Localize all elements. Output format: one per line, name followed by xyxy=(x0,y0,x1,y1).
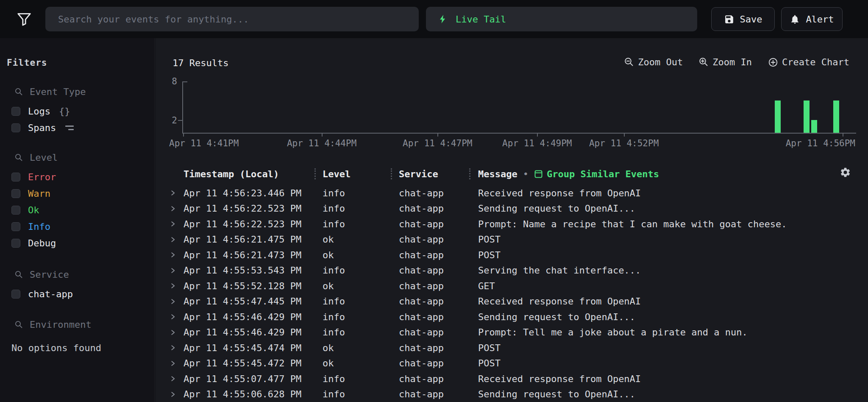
filter-option-error[interactable]: Error xyxy=(7,169,148,185)
x-axis-tick xyxy=(183,133,184,137)
filter-option-chat-app[interactable]: chat-app xyxy=(7,286,148,302)
log-row[interactable]: Apr 11 4:55:52.128 PMokchat-appGET xyxy=(156,278,868,294)
row-level: ok xyxy=(323,234,399,245)
row-message: POST xyxy=(478,250,868,260)
checkbox[interactable] xyxy=(11,222,20,231)
save-button[interactable]: Save xyxy=(711,7,775,31)
row-level: info xyxy=(323,327,399,338)
expand-chevron-icon[interactable] xyxy=(170,375,184,382)
row-timestamp: Apr 11 4:56:21.473 PM xyxy=(184,250,323,260)
filter-option-info[interactable]: Info xyxy=(7,218,148,235)
filter-option-label: Info xyxy=(28,221,50,232)
checkbox[interactable] xyxy=(11,206,20,215)
log-row[interactable]: Apr 11 4:55:47.445 PMinfochat-appReceive… xyxy=(156,294,868,310)
zoom-in-icon xyxy=(699,57,709,67)
log-row[interactable]: Apr 11 4:55:45.472 PMokchat-appPOST xyxy=(156,356,868,371)
live-tail-label: Live Tail xyxy=(456,14,506,25)
checkbox[interactable] xyxy=(11,123,20,132)
expand-chevron-icon[interactable] xyxy=(170,298,184,305)
log-row[interactable]: Apr 11 4:55:07.477 PMinfochat-appReceive… xyxy=(156,371,868,387)
group-similar-events-link[interactable]: Group Similar Events xyxy=(534,169,659,179)
alert-button[interactable]: Alert xyxy=(781,7,843,31)
search-input[interactable] xyxy=(45,7,419,31)
expand-chevron-icon[interactable] xyxy=(170,205,184,212)
row-message: POST xyxy=(478,343,868,353)
row-message: Received response from OpenAI xyxy=(478,188,868,198)
expand-chevron-icon[interactable] xyxy=(170,344,184,351)
row-level: info xyxy=(323,188,399,198)
log-row[interactable]: Apr 11 4:56:21.475 PMokchat-appPOST xyxy=(156,232,868,248)
event-type-options: Logs{}Spans xyxy=(7,103,148,136)
row-timestamp: Apr 11 4:56:21.475 PM xyxy=(184,234,323,245)
log-row[interactable]: Apr 11 4:56:22.523 PMinfochat-appPrompt:… xyxy=(156,216,868,232)
histogram-bar xyxy=(775,100,781,133)
col-header-level[interactable]: Level xyxy=(323,169,399,179)
checkbox[interactable] xyxy=(11,290,20,299)
log-row[interactable]: Apr 11 4:56:21.473 PMokchat-appPOST xyxy=(156,247,868,263)
events-histogram[interactable]: 82Apr 11 4:41PMApr 11 4:44PMApr 11 4:47P… xyxy=(182,81,856,134)
col-header-timestamp[interactable]: Timestamp (Local) xyxy=(184,169,323,179)
column-divider[interactable] xyxy=(314,168,316,179)
live-tail-button[interactable]: Live Tail xyxy=(426,7,697,31)
row-timestamp: Apr 11 4:56:23.446 PM xyxy=(184,188,323,198)
x-axis-tick-label: Apr 11 4:49PM xyxy=(502,138,572,148)
row-message: Sending request to OpenAI... xyxy=(478,203,868,214)
row-timestamp: Apr 11 4:56:22.523 PM xyxy=(184,219,323,229)
filter-option-warn[interactable]: Warn xyxy=(7,185,148,202)
zoom-out-button[interactable]: Zoom Out xyxy=(624,57,683,67)
checkbox[interactable] xyxy=(11,239,20,248)
zoom-in-button[interactable]: Zoom In xyxy=(699,57,752,67)
row-service: chat-app xyxy=(399,265,478,276)
filter-option-logs[interactable]: Logs{} xyxy=(7,103,148,120)
expand-chevron-icon[interactable] xyxy=(170,221,184,227)
event-type-label: Event Type xyxy=(30,87,86,97)
col-header-message[interactable]: Message xyxy=(478,169,517,179)
histogram-bar xyxy=(833,100,839,133)
row-message: Received response from OpenAI xyxy=(478,296,868,307)
filter-option-label: Debug xyxy=(28,238,56,248)
event-type-filter-search[interactable]: Event Type xyxy=(7,87,148,97)
log-row[interactable]: Apr 11 4:55:06.628 PMinfochat-appSending… xyxy=(156,387,868,402)
col-header-service[interactable]: Service xyxy=(399,169,478,179)
checkbox[interactable] xyxy=(11,189,20,198)
expand-chevron-icon[interactable] xyxy=(170,313,184,320)
log-row[interactable]: Apr 11 4:55:53.543 PMinfochat-appServing… xyxy=(156,263,868,279)
log-row[interactable]: Apr 11 4:55:46.429 PMinfochat-appSending… xyxy=(156,309,868,325)
checkbox[interactable] xyxy=(11,107,20,116)
log-row[interactable]: Apr 11 4:55:46.429 PMinfochat-appPrompt:… xyxy=(156,325,868,341)
search-icon xyxy=(15,321,23,329)
row-service: chat-app xyxy=(399,312,478,322)
search-icon xyxy=(15,271,23,279)
table-settings-gear-icon[interactable] xyxy=(840,167,851,180)
expand-chevron-icon[interactable] xyxy=(170,360,184,367)
column-divider[interactable] xyxy=(391,168,392,179)
x-axis-tick-label: Apr 11 4:41PM xyxy=(169,138,239,148)
log-row[interactable]: Apr 11 4:56:22.523 PMinfochat-appSending… xyxy=(156,201,868,217)
row-service: chat-app xyxy=(399,250,478,260)
checkbox[interactable] xyxy=(11,173,20,181)
service-label: Service xyxy=(30,269,69,280)
expand-chevron-icon[interactable] xyxy=(170,282,184,289)
log-row[interactable]: Apr 11 4:55:45.474 PMokchat-appPOST xyxy=(156,340,868,356)
filter-funnel-icon[interactable] xyxy=(16,11,32,29)
expand-chevron-icon[interactable] xyxy=(170,391,184,398)
log-row[interactable]: Apr 11 4:56:23.446 PMinfochat-appReceive… xyxy=(156,185,868,201)
create-chart-button[interactable]: Create Chart xyxy=(768,57,849,67)
x-axis-tick xyxy=(843,133,843,137)
expand-chevron-icon[interactable] xyxy=(170,190,184,196)
environment-filter-search[interactable]: Environment xyxy=(7,319,148,330)
row-service: chat-app xyxy=(399,203,478,214)
expand-chevron-icon[interactable] xyxy=(170,251,184,258)
service-filter-search[interactable]: Service xyxy=(7,269,148,280)
filter-option-spans[interactable]: Spans xyxy=(7,120,148,136)
filter-option-ok[interactable]: Ok xyxy=(7,202,148,218)
expand-chevron-icon[interactable] xyxy=(170,267,184,274)
filter-option-debug[interactable]: Debug xyxy=(7,235,148,251)
alert-label: Alert xyxy=(806,14,834,25)
level-filter-search[interactable]: Level xyxy=(7,152,148,163)
expand-chevron-icon[interactable] xyxy=(170,236,184,243)
column-divider[interactable] xyxy=(469,168,470,179)
y-axis-tick xyxy=(178,120,182,121)
expand-chevron-icon[interactable] xyxy=(170,329,184,336)
row-level: info xyxy=(323,203,399,214)
